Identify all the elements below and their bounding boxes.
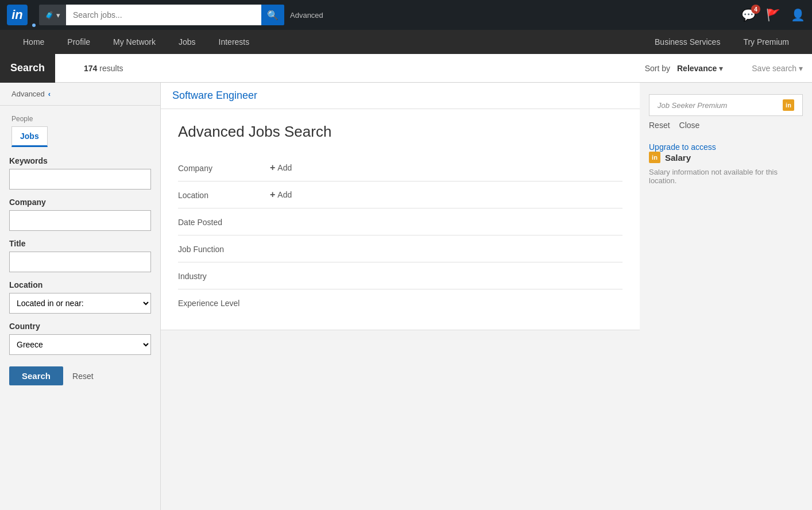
briefcase-icon: 🧳: [45, 11, 54, 20]
advanced-jobs-search-title: Advanced Jobs Search: [178, 123, 622, 141]
country-select[interactable]: GreeceUnited StatesUnited KingdomGermany…: [9, 334, 151, 355]
main-content: Software Engineer Advanced Jobs Search C…: [161, 83, 640, 510]
form-actions: Search Reset: [0, 355, 160, 397]
adv-experience-row: Experience Level: [178, 289, 622, 316]
nav-profile[interactable]: Profile: [56, 30, 102, 54]
sort-by-control[interactable]: Sort by Relevance ▾: [645, 64, 724, 73]
job-seeker-premium-label: Job Seeker Premium: [658, 101, 727, 110]
sec-nav-right: Business Services Try Premium: [643, 30, 801, 54]
main-search-button[interactable]: 🔍: [261, 5, 284, 25]
plus-icon: +: [270, 163, 275, 173]
adv-company-label: Company: [178, 163, 258, 173]
adv-date-row: Date Posted: [178, 208, 622, 235]
left-sidebar: Advanced ‹ People Jobs Keywords Company …: [0, 83, 161, 510]
sort-chevron-icon: ▾: [719, 64, 723, 73]
adv-location-label: Location: [178, 190, 258, 200]
salary-in-icon: in: [649, 152, 660, 163]
title-label: Title: [9, 239, 151, 248]
main-search-input[interactable]: [66, 5, 261, 25]
company-input[interactable]: [9, 210, 151, 231]
salary-row: in Salary: [649, 152, 803, 163]
reset-button[interactable]: Reset: [72, 372, 94, 381]
messages-badge: 4: [751, 5, 760, 14]
sidebar-nav: People Jobs: [0, 106, 160, 147]
panel-top-bar: Job Seeker Premium in: [649, 94, 803, 116]
nav-jobs[interactable]: Jobs: [167, 30, 207, 54]
advanced-toggle[interactable]: Advanced ‹: [0, 83, 160, 106]
search-form: Keywords Company Title Location Located …: [0, 156, 160, 355]
content-right-wrapper: Software Engineer Advanced Jobs Search C…: [161, 83, 812, 510]
sidebar-item-jobs[interactable]: Jobs: [11, 126, 48, 147]
salary-note: Salary information not available for thi…: [649, 168, 803, 185]
adv-location-row: Location + Add: [178, 181, 622, 208]
adv-industry-label: Industry: [178, 271, 258, 281]
title-input[interactable]: [9, 252, 151, 272]
chevron-left-icon: ‹: [48, 90, 51, 98]
search-type-button[interactable]: 🧳 ▾: [39, 5, 66, 25]
result-top-bar: Software Engineer: [161, 83, 640, 109]
profile-icon-wrap[interactable]: 👤: [791, 8, 805, 22]
top-nav: in 🧳 ▾ 🔍 Advanced 💬 4 🚩 👤: [0, 0, 812, 30]
adv-industry-row: Industry: [178, 262, 622, 289]
save-search-button[interactable]: Save search ▾: [752, 64, 803, 73]
search-page-title: Search: [0, 54, 55, 83]
messages-icon-wrap[interactable]: 💬 4: [741, 8, 756, 22]
adv-experience-label: Experience Level: [178, 298, 258, 308]
location-label: Location: [9, 280, 151, 289]
adv-company-row: Company + Add: [178, 154, 622, 181]
search-bar: 🧳 ▾ 🔍: [39, 5, 284, 25]
location-select[interactable]: Located in or near:: [9, 293, 151, 314]
nav-items: Jobs: [11, 126, 149, 147]
main-layout: Advanced ‹ People Jobs Keywords Company …: [0, 83, 812, 510]
upgrade-to-access-link[interactable]: Upgrade to access: [649, 142, 716, 152]
advanced-toggle-label: Advanced: [11, 90, 45, 98]
save-search-arrow-icon: ▾: [799, 64, 803, 73]
search-type-chevron: ▾: [56, 11, 60, 20]
keywords-input[interactable]: [9, 169, 151, 190]
results-count: 174 results: [84, 64, 123, 73]
country-label: Country: [9, 322, 151, 331]
search-icon: 🔍: [267, 10, 279, 21]
linkedin-in-icon: in: [783, 99, 794, 111]
nav-home[interactable]: Home: [11, 30, 56, 54]
result-title-link[interactable]: Software Engineer: [172, 90, 257, 101]
sort-by-value: Relevance: [677, 64, 717, 73]
salary-section: Upgrade to access in Salary Salary infor…: [649, 142, 803, 185]
advanced-nav-link[interactable]: Advanced: [290, 11, 323, 20]
panel-close-link[interactable]: Close: [679, 121, 700, 130]
advanced-jobs-search-panel: Advanced Jobs Search Company + Add Locat…: [161, 109, 640, 330]
person-icon: 👤: [791, 9, 805, 21]
secondary-nav: Home Profile My Network Jobs Interests B…: [0, 30, 812, 54]
adv-location-add-button[interactable]: + Add: [270, 190, 292, 200]
nav-business-services[interactable]: Business Services: [643, 30, 732, 54]
plus-icon-2: +: [270, 190, 275, 200]
keywords-label: Keywords: [9, 156, 151, 165]
salary-label: Salary: [665, 153, 691, 163]
company-label: Company: [9, 198, 151, 207]
sort-by-label: Sort by: [645, 64, 670, 73]
flag-icon: 🚩: [766, 9, 780, 21]
search-button[interactable]: Search: [9, 366, 63, 385]
adv-jobfunction-label: Job Function: [178, 244, 258, 254]
nav-my-network[interactable]: My Network: [102, 30, 167, 54]
adv-jobfunction-row: Job Function: [178, 235, 622, 262]
notifications-icon-wrap[interactable]: 🚩: [766, 8, 780, 22]
nav-category-people: People: [11, 115, 149, 123]
nav-interests[interactable]: Interests: [207, 30, 261, 54]
adv-company-add-button[interactable]: + Add: [270, 163, 292, 173]
linkedin-logo[interactable]: in: [7, 5, 28, 25]
panel-reset-close: Reset Close: [649, 116, 803, 134]
nav-try-premium[interactable]: Try Premium: [732, 30, 801, 54]
search-header-bar: Search 174 results Sort by Relevance ▾ S…: [0, 54, 812, 83]
nav-icons: 💬 4 🚩 👤: [741, 8, 805, 22]
logo-dot: [32, 24, 36, 27]
panel-reset-link[interactable]: Reset: [649, 121, 670, 130]
right-panel: Job Seeker Premium in Reset Close Upgrad…: [640, 83, 812, 510]
adv-date-label: Date Posted: [178, 217, 258, 227]
